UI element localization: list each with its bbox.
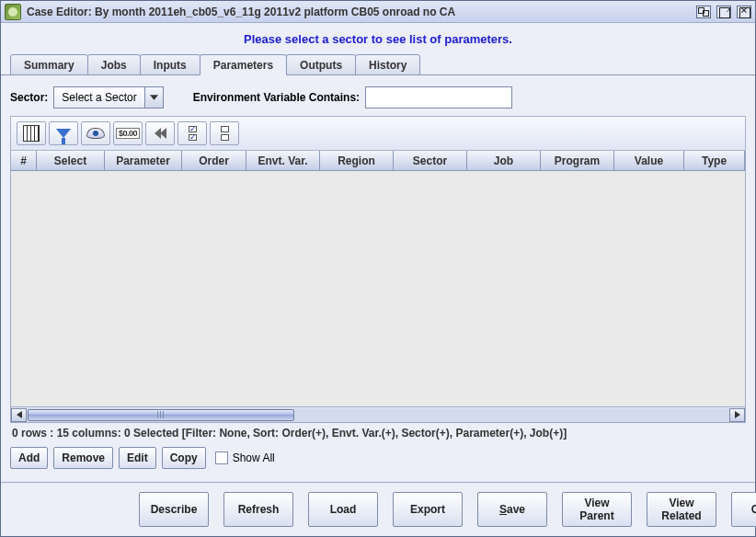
window-title: Case Editor: By month 2011eh_cb05_v6_11g… bbox=[25, 6, 696, 18]
tab-history[interactable]: History bbox=[355, 54, 420, 75]
close-window-button[interactable] bbox=[737, 6, 751, 18]
copy-button[interactable]: Copy bbox=[162, 447, 206, 469]
view-related-button[interactable]: View Related bbox=[647, 492, 716, 527]
instruction-text: Please select a sector to see list of pa… bbox=[1, 23, 755, 53]
bottom-button-row: Describe Refresh Load Export Save View P… bbox=[1, 482, 755, 536]
show-all-label: Show All bbox=[233, 451, 275, 464]
tab-content: Sector: Select a Sector Environment Vari… bbox=[1, 75, 755, 482]
filter-row: Sector: Select a Sector Environment Vari… bbox=[10, 86, 746, 109]
col-index[interactable]: # bbox=[11, 151, 37, 171]
col-value[interactable]: Value bbox=[614, 151, 684, 171]
reset-button[interactable] bbox=[145, 121, 175, 145]
filter-button[interactable] bbox=[49, 121, 78, 145]
scroll-thumb[interactable] bbox=[28, 409, 294, 421]
edit-button[interactable]: Edit bbox=[119, 447, 156, 469]
col-envtvar[interactable]: Envt. Var. bbox=[246, 151, 320, 171]
table-toolbar: $0.00 bbox=[10, 116, 746, 151]
export-button[interactable]: Export bbox=[393, 492, 463, 527]
close-button[interactable]: Close bbox=[731, 492, 756, 527]
save-mnemonic: S bbox=[499, 503, 507, 516]
format-button[interactable]: $0.00 bbox=[113, 121, 143, 145]
table-body-empty bbox=[11, 171, 745, 406]
load-button[interactable]: Load bbox=[308, 492, 378, 527]
chevron-down-icon[interactable] bbox=[144, 87, 163, 108]
table-header: # Select Parameter Order Envt. Var. Regi… bbox=[11, 151, 745, 171]
status-bar: 0 rows : 15 columns: 0 Selected [Filter:… bbox=[10, 423, 746, 447]
svg-marker-0 bbox=[150, 95, 158, 99]
maximize-button[interactable] bbox=[716, 6, 731, 18]
rewind-icon bbox=[155, 128, 166, 139]
uncheck-all-icon bbox=[221, 126, 229, 141]
check-all-icon bbox=[189, 126, 197, 141]
check-all-button[interactable] bbox=[178, 121, 207, 145]
columns-icon bbox=[23, 125, 40, 142]
scroll-right-arrow[interactable] bbox=[729, 408, 745, 422]
row-action-buttons: Add Remove Edit Copy Show All bbox=[10, 447, 746, 474]
sector-select[interactable]: Select a Sector bbox=[53, 86, 163, 109]
scroll-track[interactable] bbox=[27, 408, 729, 422]
env-var-label: Environment Variable Contains: bbox=[193, 91, 360, 104]
col-sector[interactable]: Sector bbox=[394, 151, 467, 171]
describe-button[interactable]: Describe bbox=[139, 492, 209, 527]
filter-icon bbox=[56, 129, 71, 138]
tab-summary[interactable]: Summary bbox=[10, 54, 88, 75]
sector-label: Sector: bbox=[10, 91, 48, 104]
add-button[interactable]: Add bbox=[10, 447, 48, 469]
parameters-table: # Select Parameter Order Envt. Var. Regi… bbox=[10, 151, 746, 423]
columns-button[interactable] bbox=[17, 121, 46, 145]
col-region[interactable]: Region bbox=[320, 151, 394, 171]
tab-parameters[interactable]: Parameters bbox=[200, 54, 287, 75]
remove-button[interactable]: Remove bbox=[53, 447, 113, 469]
tab-outputs[interactable]: Outputs bbox=[286, 54, 356, 75]
col-program[interactable]: Program bbox=[541, 151, 614, 171]
save-button[interactable]: Save bbox=[477, 492, 547, 527]
col-job[interactable]: Job bbox=[467, 151, 541, 171]
eye-icon bbox=[86, 128, 105, 139]
tab-inputs[interactable]: Inputs bbox=[140, 54, 200, 75]
preview-button[interactable] bbox=[81, 121, 110, 145]
case-editor-window: Case Editor: By month 2011eh_cb05_v6_11g… bbox=[0, 0, 756, 537]
scroll-left-arrow[interactable] bbox=[11, 408, 27, 422]
minimize-button[interactable] bbox=[696, 6, 711, 18]
svg-marker-2 bbox=[735, 411, 740, 418]
format-icon: $0.00 bbox=[116, 128, 140, 139]
tabs: Summary Jobs Inputs Parameters Outputs H… bbox=[1, 53, 755, 75]
col-order[interactable]: Order bbox=[182, 151, 246, 171]
tab-jobs[interactable]: Jobs bbox=[87, 54, 141, 75]
show-all-checkbox-wrap[interactable]: Show All bbox=[215, 451, 275, 464]
uncheck-all-button[interactable] bbox=[210, 121, 239, 145]
show-all-checkbox[interactable] bbox=[215, 451, 228, 464]
col-parameter[interactable]: Parameter bbox=[105, 151, 182, 171]
refresh-button[interactable]: Refresh bbox=[223, 492, 293, 527]
app-icon bbox=[5, 4, 21, 20]
col-select[interactable]: Select bbox=[37, 151, 105, 171]
title-controls bbox=[696, 6, 751, 18]
view-parent-button[interactable]: View Parent bbox=[562, 492, 632, 527]
titlebar: Case Editor: By month 2011eh_cb05_v6_11g… bbox=[1, 1, 755, 23]
env-var-input[interactable] bbox=[365, 86, 512, 109]
h-scrollbar[interactable] bbox=[11, 406, 745, 422]
col-type[interactable]: Type bbox=[684, 151, 745, 171]
svg-marker-1 bbox=[17, 411, 22, 418]
sector-select-value: Select a Sector bbox=[54, 87, 143, 108]
